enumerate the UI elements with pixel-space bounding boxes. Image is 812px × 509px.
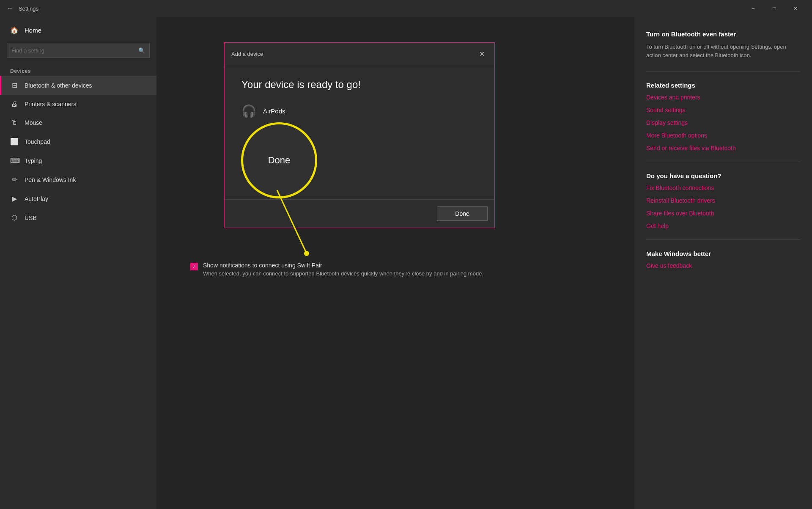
sidebar-item-autoplay[interactable]: ▶ AutoPlay — [0, 189, 156, 208]
swift-pair-description: When selected, you can connect to suppor… — [203, 270, 483, 277]
link-more-bluetooth[interactable]: More Bluetooth options — [646, 132, 800, 139]
make-better-title: Make Windows better — [646, 250, 800, 257]
sidebar-item-printers[interactable]: 🖨 Printers & scanners — [0, 95, 156, 113]
main-layout: 🏠 Home 🔍 Devices ⊟ Bluetooth & other dev… — [0, 17, 812, 509]
link-share-files[interactable]: Share files over Bluetooth — [646, 210, 800, 217]
sidebar-home[interactable]: 🏠 Home — [0, 21, 156, 39]
close-button[interactable]: ✕ — [786, 0, 805, 17]
maximize-button[interactable]: □ — [765, 0, 784, 17]
pen-icon: ✏ — [10, 176, 19, 184]
related-settings-title: Related settings — [646, 82, 800, 89]
dialog-heading: Your device is ready to go! — [241, 79, 477, 91]
mouse-icon: 🖱 — [10, 119, 19, 127]
sidebar-item-pen[interactable]: ✏ Pen & Windows Ink — [0, 170, 156, 189]
add-device-dialog: Add a device ✕ Your device is ready to g… — [224, 42, 495, 228]
search-icon: 🔍 — [138, 47, 145, 54]
divider-2 — [646, 162, 800, 162]
turn-on-description: To turn Bluetooth on or off without open… — [646, 43, 800, 59]
sidebar-item-touchpad[interactable]: ⬜ Touchpad — [0, 132, 156, 151]
usb-icon: ⬡ — [10, 214, 19, 222]
minimize-button[interactable]: – — [743, 0, 763, 17]
swift-pair-checkbox[interactable]: ✓ — [190, 263, 198, 270]
link-devices-printers[interactable]: Devices and printers — [646, 94, 800, 101]
search-input[interactable] — [11, 47, 138, 54]
question-title: Do you have a question? — [646, 172, 800, 179]
back-button[interactable]: ← — [7, 5, 14, 12]
dialog-container: Add a device ✕ Your device is ready to g… — [156, 17, 634, 241]
sidebar-item-usb-label: USB — [25, 215, 37, 221]
sidebar-search-box[interactable]: 🔍 — [7, 43, 150, 58]
dialog-close-button[interactable]: ✕ — [476, 48, 488, 60]
window-controls: – □ ✕ — [743, 0, 805, 17]
device-name: AirPods — [263, 107, 285, 115]
bluetooth-icon: ⊟ — [10, 81, 19, 89]
link-send-receive[interactable]: Send or receive files via Bluetooth — [646, 145, 800, 151]
swift-pair-text-block: Show notifications to connect using Swif… — [203, 262, 483, 277]
swift-pair-section: ✓ Show notifications to connect using Sw… — [156, 253, 634, 285]
headphones-icon: 🎧 — [241, 104, 256, 118]
right-panel: Turn on Bluetooth even faster To turn Bl… — [634, 17, 812, 509]
sidebar-home-label: Home — [25, 27, 41, 34]
sidebar-item-pen-label: Pen & Windows Ink — [25, 176, 76, 183]
dialog-body: Your device is ready to go! 🎧 AirPods — [225, 65, 494, 199]
sidebar-item-mouse[interactable]: 🖱 Mouse — [0, 113, 156, 132]
sidebar-section-title: Devices — [0, 65, 156, 76]
turn-on-title: Turn on Bluetooth even faster — [646, 30, 800, 38]
touchpad-icon: ⬜ — [10, 138, 19, 146]
dialog-title: Add a device — [231, 51, 263, 57]
sidebar-item-bluetooth[interactable]: ⊟ Bluetooth & other devices — [0, 76, 156, 95]
sidebar: 🏠 Home 🔍 Devices ⊟ Bluetooth & other dev… — [0, 17, 156, 509]
divider-1 — [646, 71, 800, 72]
device-row: 🎧 AirPods — [241, 104, 477, 118]
sidebar-item-typing[interactable]: ⌨ Typing — [0, 151, 156, 170]
done-button[interactable]: Done — [437, 206, 488, 221]
autoplay-icon: ▶ — [10, 195, 19, 203]
sidebar-item-bluetooth-label: Bluetooth & other devices — [25, 82, 92, 89]
link-get-help[interactable]: Get help — [646, 223, 800, 229]
sidebar-item-mouse-label: Mouse — [25, 119, 42, 126]
swift-pair-row: ✓ Show notifications to connect using Sw… — [190, 262, 601, 277]
link-display-settings[interactable]: Display settings — [646, 119, 800, 126]
sidebar-item-typing-label: Typing — [25, 157, 42, 164]
sidebar-item-usb[interactable]: ⬡ USB — [0, 208, 156, 227]
link-sound-settings[interactable]: Sound settings — [646, 107, 800, 113]
swift-pair-label: Show notifications to connect using Swif… — [203, 262, 483, 269]
dialog-titlebar: Add a device ✕ — [225, 43, 494, 65]
home-icon: 🏠 — [10, 26, 19, 34]
dialog-footer: Done — [225, 199, 494, 228]
divider-3 — [646, 239, 800, 240]
printers-icon: 🖨 — [10, 100, 19, 108]
app-title: Settings — [19, 6, 743, 12]
typing-icon: ⌨ — [10, 157, 19, 165]
link-reinstall[interactable]: Reinstall Bluetooth drivers — [646, 197, 800, 204]
titlebar: ← Settings – □ ✕ — [0, 0, 812, 17]
sidebar-item-autoplay-label: AutoPlay — [25, 195, 48, 202]
link-fix-bluetooth[interactable]: Fix Bluetooth connections — [646, 184, 800, 191]
sidebar-item-touchpad-label: Touchpad — [25, 138, 50, 145]
content-area: Add a device ✕ Your device is ready to g… — [156, 17, 634, 509]
link-give-feedback[interactable]: Give us feedback — [646, 262, 800, 269]
sidebar-item-printers-label: Printers & scanners — [25, 101, 76, 107]
